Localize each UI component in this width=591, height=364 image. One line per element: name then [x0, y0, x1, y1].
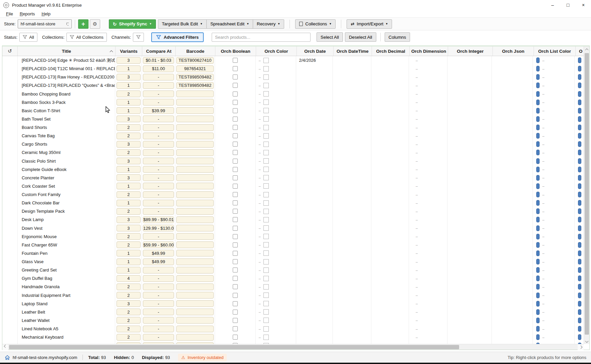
- orch-dimension-cell[interactable]: –: [409, 207, 447, 215]
- orch-list-color-pill[interactable]: [536, 293, 540, 298]
- orch-boolean-checkbox[interactable]: [233, 251, 238, 256]
- orch-integer-cell[interactable]: [447, 190, 492, 199]
- orch-date-cell[interactable]: [296, 132, 333, 140]
- scroll-up-button[interactable]: [584, 46, 590, 52]
- menu-file[interactable]: File: [3, 11, 16, 17]
- orch-json-cell[interactable]: [492, 90, 533, 98]
- scroll-left-button[interactable]: [2, 344, 8, 350]
- barcode-box[interactable]: [176, 200, 214, 206]
- barcode-box[interactable]: [176, 133, 214, 139]
- orch-decimal-cell[interactable]: [371, 199, 409, 207]
- orch-integer-cell[interactable]: [447, 148, 492, 157]
- orch-boolean-checkbox[interactable]: [233, 184, 238, 189]
- orch-list-color-pill[interactable]: [536, 133, 540, 139]
- orch-decimal-cell[interactable]: [371, 266, 409, 274]
- orch-date-cell[interactable]: [296, 115, 333, 123]
- orch-decimal-cell[interactable]: [371, 241, 409, 249]
- orch-json-cell[interactable]: [492, 140, 533, 148]
- orch-boolean-checkbox[interactable]: [233, 310, 238, 315]
- orch-list-color-pill[interactable]: [536, 141, 540, 147]
- compare-at-box[interactable]: -: [143, 309, 174, 315]
- orch-dimension-cell[interactable]: –: [409, 300, 447, 308]
- variants-count-box[interactable]: 2: [117, 284, 141, 290]
- vertical-scrollbar[interactable]: [584, 46, 589, 344]
- barcode-box[interactable]: TEST898509482: [176, 74, 214, 80]
- collections-filter[interactable]: All Collections: [66, 33, 107, 42]
- orch-datetime-cell[interactable]: [333, 333, 371, 341]
- advanced-filters-button[interactable]: Advanced Filters: [151, 32, 204, 42]
- barcode-box[interactable]: [176, 241, 214, 248]
- orch-date-cell[interactable]: [296, 81, 333, 89]
- orch-dimension-cell[interactable]: –: [409, 325, 447, 333]
- orch-decimal-cell[interactable]: [371, 249, 409, 257]
- orch-boolean-checkbox[interactable]: [233, 226, 238, 231]
- orch-datetime-cell[interactable]: [333, 115, 371, 123]
- orch-date-cell[interactable]: [296, 266, 333, 274]
- orch-date-cell[interactable]: [296, 165, 333, 174]
- orch-boolean-checkbox[interactable]: [233, 242, 238, 247]
- column-header-orch-dimension[interactable]: Orch Dimension: [410, 46, 448, 56]
- orch-date-cell[interactable]: [296, 199, 333, 207]
- product-title-cell[interactable]: Greeting Card Set: [18, 266, 116, 274]
- orch-list-color-pill[interactable]: [536, 125, 540, 130]
- orch-date-cell[interactable]: [296, 123, 333, 132]
- orch-date-cell[interactable]: [296, 325, 333, 333]
- orch-dimension-cell[interactable]: –: [409, 257, 447, 266]
- orch-list-color-pill[interactable]: [536, 200, 540, 206]
- table-row[interactable]: Ceramic Mug 350ml 2 - – – –: [2, 148, 584, 157]
- orch-dimension-cell[interactable]: –: [409, 56, 447, 64]
- column-header-compare-at[interactable]: Compare At: [142, 46, 176, 56]
- orch-decimal-cell[interactable]: [371, 90, 409, 98]
- product-title-cell[interactable]: Laptop Stand: [18, 300, 116, 308]
- compare-at-box[interactable]: -: [143, 183, 174, 189]
- orch-integer-cell[interactable]: [447, 241, 492, 249]
- orch-decimal-cell[interactable]: [371, 316, 409, 325]
- table-row[interactable]: Board Shorts 2 - – – –: [2, 123, 584, 132]
- table-row[interactable]: Ergonomic Mouse 2 - – – –: [2, 232, 584, 241]
- orch-list-color-pill[interactable]: [536, 259, 540, 264]
- orch-datetime-cell[interactable]: [333, 199, 371, 207]
- orch-json-cell[interactable]: [492, 300, 533, 308]
- orch-list-color-pill[interactable]: [578, 318, 581, 323]
- orch-color-swatch[interactable]: [263, 301, 269, 306]
- deselect-all-button[interactable]: Deselect All: [345, 32, 376, 42]
- orch-dimension-cell[interactable]: –: [409, 73, 447, 81]
- orch-dimension-cell[interactable]: –: [409, 224, 447, 232]
- orch-boolean-checkbox[interactable]: [233, 167, 238, 172]
- add-product-button[interactable]: +: [78, 19, 88, 29]
- orch-list-color-pill[interactable]: [578, 293, 581, 298]
- orch-dimension-cell[interactable]: –: [409, 341, 447, 344]
- compare-at-box[interactable]: $11.00: [143, 65, 174, 72]
- orch-color-swatch[interactable]: [263, 116, 269, 122]
- orch-datetime-cell[interactable]: [333, 232, 371, 241]
- barcode-box[interactable]: 987654321: [176, 65, 214, 72]
- barcode-box[interactable]: [176, 275, 214, 282]
- orch-decimal-cell[interactable]: [371, 73, 409, 81]
- orch-boolean-checkbox[interactable]: [233, 200, 238, 205]
- orch-boolean-checkbox[interactable]: [233, 66, 238, 71]
- table-row[interactable]: Cargo Shorts 3 - – – –: [2, 140, 584, 148]
- barcode-box[interactable]: TEST800627410: [176, 57, 214, 64]
- compare-at-box[interactable]: -: [143, 284, 174, 290]
- orch-datetime-cell[interactable]: [333, 291, 371, 300]
- orch-boolean-checkbox[interactable]: [233, 58, 238, 63]
- product-title-cell[interactable]: Bamboo Chopping Board: [18, 90, 116, 98]
- variants-count-box[interactable]: 3: [117, 141, 141, 148]
- product-title-cell[interactable]: Industrial Equipment Part: [18, 291, 116, 300]
- variants-count-box[interactable]: 2: [117, 149, 141, 156]
- product-title-cell[interactable]: Canvas Tote Bag: [18, 132, 116, 140]
- compare-at-box[interactable]: -: [143, 200, 174, 206]
- orch-json-cell[interactable]: [492, 333, 533, 341]
- orch-integer-cell[interactable]: [447, 115, 492, 123]
- orch-color-swatch[interactable]: [263, 150, 269, 155]
- column-header-variants[interactable]: Variants: [116, 46, 142, 56]
- variants-count-box[interactable]: 2: [117, 208, 141, 215]
- orch-list-color-pill[interactable]: [578, 141, 581, 147]
- table-row[interactable]: Fountain Pen 1 $49.99 – – –: [2, 249, 584, 257]
- variants-count-box[interactable]: 1: [117, 250, 141, 256]
- orch-date-cell[interactable]: [296, 190, 333, 199]
- orch-dimension-cell[interactable]: –: [409, 182, 447, 190]
- orch-list-color-pill[interactable]: [578, 326, 581, 332]
- orch-datetime-cell[interactable]: [333, 341, 371, 344]
- orch-json-cell[interactable]: [492, 174, 533, 182]
